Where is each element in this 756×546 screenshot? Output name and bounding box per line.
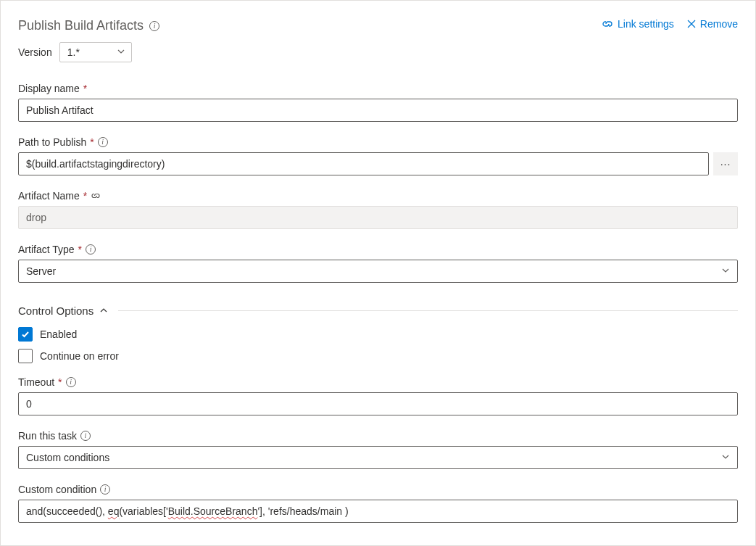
control-options-header[interactable]: Control Options [18, 297, 738, 327]
version-value: 1.* [67, 46, 80, 58]
display-name-input[interactable] [18, 99, 738, 122]
artifact-name-value: drop [26, 212, 46, 223]
display-name-label: Display name [18, 83, 80, 94]
ellipsis-icon: ··· [720, 158, 731, 170]
link-chain-icon[interactable] [91, 191, 101, 201]
info-icon[interactable]: i [98, 137, 108, 147]
info-icon[interactable]: i [86, 244, 96, 255]
browse-button[interactable]: ··· [713, 152, 738, 175]
run-this-task-select[interactable]: Custom conditions [18, 446, 738, 469]
path-to-publish-input[interactable] [18, 152, 709, 175]
chevron-down-icon [721, 452, 730, 463]
divider [118, 310, 738, 311]
link-icon [602, 19, 613, 29]
custom-condition-input[interactable]: and(succeeded(), eq(variables['Build.Sou… [18, 500, 738, 523]
required-mark: * [90, 136, 94, 148]
version-label: Version [18, 46, 52, 58]
enabled-checkbox[interactable] [18, 327, 33, 342]
run-this-task-label: Run this task [18, 430, 77, 442]
artifact-type-select[interactable]: Server [18, 260, 738, 283]
chevron-up-icon [99, 305, 108, 317]
timeout-label: Timeout [18, 376, 54, 388]
header-actions: Link settings Remove [602, 18, 738, 30]
remove-button[interactable]: Remove [687, 18, 738, 30]
custom-condition-label: Custom condition [18, 484, 96, 495]
required-mark: * [58, 376, 62, 388]
link-settings-button[interactable]: Link settings [602, 18, 674, 30]
custom-condition-value: and(succeeded(), eq(variables['Build.Sou… [26, 505, 349, 517]
timeout-input[interactable] [18, 392, 738, 415]
page-title: Publish Build Artifacts [18, 18, 144, 33]
required-mark: * [83, 190, 87, 202]
close-icon [687, 20, 696, 28]
path-to-publish-label: Path to Publish [18, 136, 86, 148]
link-settings-label: Link settings [618, 18, 674, 30]
required-mark: * [78, 244, 82, 255]
control-options-title: Control Options [18, 305, 94, 317]
info-icon[interactable]: i [149, 21, 159, 31]
required-mark: * [83, 83, 87, 94]
info-icon[interactable]: i [100, 484, 110, 495]
artifact-type-value: Server [26, 265, 56, 277]
chevron-down-icon [117, 46, 125, 58]
remove-label: Remove [700, 18, 738, 30]
continue-on-error-label[interactable]: Continue on error [40, 350, 119, 362]
version-select[interactable]: 1.* [59, 42, 132, 62]
info-icon[interactable]: i [66, 377, 76, 387]
artifact-name-input: drop [18, 206, 738, 229]
continue-on-error-checkbox[interactable] [18, 349, 33, 363]
artifact-name-label: Artifact Name [18, 190, 80, 202]
run-this-task-value: Custom conditions [26, 452, 109, 463]
artifact-type-label: Artifact Type [18, 244, 75, 255]
enabled-label[interactable]: Enabled [40, 328, 77, 340]
info-icon[interactable]: i [80, 431, 91, 441]
chevron-down-icon [721, 265, 730, 277]
